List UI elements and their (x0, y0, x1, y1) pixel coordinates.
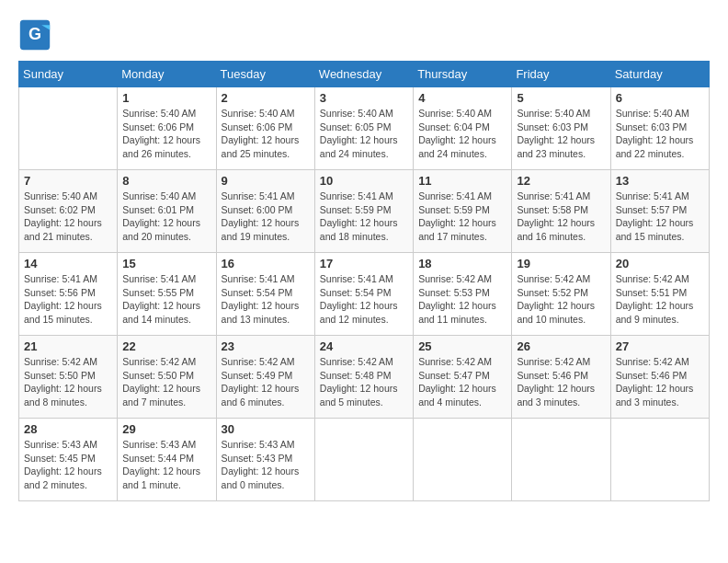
day-number: 9 (222, 174, 310, 188)
calendar-cell: 9Sunrise: 5:41 AM Sunset: 6:00 PM Daylig… (216, 170, 314, 253)
day-info: Sunrise: 5:42 AM Sunset: 5:46 PM Dayligh… (616, 355, 704, 409)
day-number: 20 (616, 257, 704, 270)
calendar-week-row: 14Sunrise: 5:41 AM Sunset: 5:56 PM Dayli… (19, 253, 710, 336)
calendar-cell: 2Sunrise: 5:40 AM Sunset: 6:06 PM Daylig… (216, 87, 314, 170)
calendar-cell: 24Sunrise: 5:42 AM Sunset: 5:48 PM Dayli… (314, 336, 413, 419)
day-number: 29 (122, 422, 210, 436)
day-info: Sunrise: 5:42 AM Sunset: 5:50 PM Dayligh… (122, 355, 210, 409)
calendar-cell: 26Sunrise: 5:42 AM Sunset: 5:46 PM Dayli… (512, 336, 610, 419)
day-header-sunday: Sunday (19, 62, 118, 87)
day-number: 17 (320, 257, 408, 270)
day-info: Sunrise: 5:42 AM Sunset: 5:51 PM Dayligh… (616, 272, 704, 327)
day-number: 27 (616, 339, 704, 353)
day-info: Sunrise: 5:40 AM Sunset: 6:02 PM Dayligh… (24, 190, 112, 244)
calendar-cell (414, 419, 512, 501)
calendar-cell: 19Sunrise: 5:42 AM Sunset: 5:52 PM Dayli… (512, 253, 610, 336)
calendar-cell: 22Sunrise: 5:42 AM Sunset: 5:50 PM Dayli… (118, 336, 216, 419)
logo: G (18, 18, 55, 52)
calendar-body: 1Sunrise: 5:40 AM Sunset: 6:06 PM Daylig… (19, 87, 710, 501)
calendar-cell: 13Sunrise: 5:41 AM Sunset: 5:57 PM Dayli… (610, 170, 709, 253)
day-info: Sunrise: 5:41 AM Sunset: 5:55 PM Dayligh… (122, 272, 210, 327)
day-header-monday: Monday (118, 62, 216, 87)
logo-icon: G (18, 18, 51, 52)
page-header: G (18, 18, 710, 52)
day-number: 19 (517, 257, 605, 270)
day-info: Sunrise: 5:40 AM Sunset: 6:06 PM Dayligh… (222, 107, 310, 161)
day-number: 18 (418, 257, 506, 270)
day-info: Sunrise: 5:42 AM Sunset: 5:52 PM Dayligh… (517, 272, 605, 327)
calendar-cell: 1Sunrise: 5:40 AM Sunset: 6:06 PM Daylig… (118, 87, 216, 170)
day-number: 15 (122, 257, 210, 270)
day-header-wednesday: Wednesday (314, 62, 413, 87)
day-number: 6 (616, 91, 704, 105)
day-number: 16 (222, 257, 310, 270)
day-info: Sunrise: 5:40 AM Sunset: 6:01 PM Dayligh… (122, 190, 210, 244)
day-number: 10 (320, 174, 408, 188)
day-info: Sunrise: 5:40 AM Sunset: 6:03 PM Dayligh… (616, 107, 704, 161)
day-number: 25 (418, 339, 506, 353)
calendar-cell: 30Sunrise: 5:43 AM Sunset: 5:43 PM Dayli… (216, 419, 314, 501)
calendar-cell: 23Sunrise: 5:42 AM Sunset: 5:49 PM Dayli… (216, 336, 314, 419)
day-number: 7 (24, 174, 112, 188)
day-info: Sunrise: 5:41 AM Sunset: 5:59 PM Dayligh… (418, 190, 506, 244)
day-info: Sunrise: 5:41 AM Sunset: 5:54 PM Dayligh… (222, 272, 310, 327)
calendar-cell: 11Sunrise: 5:41 AM Sunset: 5:59 PM Dayli… (414, 170, 512, 253)
day-info: Sunrise: 5:42 AM Sunset: 5:46 PM Dayligh… (517, 355, 605, 409)
calendar-cell: 29Sunrise: 5:43 AM Sunset: 5:44 PM Dayli… (118, 419, 216, 501)
day-number: 24 (320, 339, 408, 353)
day-info: Sunrise: 5:42 AM Sunset: 5:47 PM Dayligh… (418, 355, 506, 409)
calendar-header-row: SundayMondayTuesdayWednesdayThursdayFrid… (19, 62, 710, 87)
calendar-cell: 21Sunrise: 5:42 AM Sunset: 5:50 PM Dayli… (19, 336, 118, 419)
calendar-cell: 8Sunrise: 5:40 AM Sunset: 6:01 PM Daylig… (118, 170, 216, 253)
calendar-cell: 15Sunrise: 5:41 AM Sunset: 5:55 PM Dayli… (118, 253, 216, 336)
day-number: 14 (24, 257, 112, 270)
day-info: Sunrise: 5:43 AM Sunset: 5:44 PM Dayligh… (122, 438, 210, 492)
calendar-cell (610, 419, 709, 501)
calendar-cell: 7Sunrise: 5:40 AM Sunset: 6:02 PM Daylig… (19, 170, 118, 253)
calendar-week-row: 1Sunrise: 5:40 AM Sunset: 6:06 PM Daylig… (19, 87, 710, 170)
day-header-thursday: Thursday (414, 62, 512, 87)
calendar-cell: 14Sunrise: 5:41 AM Sunset: 5:56 PM Dayli… (19, 253, 118, 336)
day-info: Sunrise: 5:41 AM Sunset: 5:57 PM Dayligh… (616, 190, 704, 244)
day-info: Sunrise: 5:41 AM Sunset: 5:58 PM Dayligh… (517, 190, 605, 244)
day-number: 26 (517, 339, 605, 353)
calendar-cell: 4Sunrise: 5:40 AM Sunset: 6:04 PM Daylig… (414, 87, 512, 170)
day-number: 5 (517, 91, 605, 105)
day-info: Sunrise: 5:40 AM Sunset: 6:04 PM Dayligh… (418, 107, 506, 161)
svg-text:G: G (28, 25, 41, 43)
calendar-cell: 5Sunrise: 5:40 AM Sunset: 6:03 PM Daylig… (512, 87, 610, 170)
day-info: Sunrise: 5:41 AM Sunset: 5:56 PM Dayligh… (24, 272, 112, 327)
calendar-cell: 16Sunrise: 5:41 AM Sunset: 5:54 PM Dayli… (216, 253, 314, 336)
day-info: Sunrise: 5:41 AM Sunset: 6:00 PM Dayligh… (222, 190, 310, 244)
day-number: 4 (418, 91, 506, 105)
calendar-week-row: 21Sunrise: 5:42 AM Sunset: 5:50 PM Dayli… (19, 336, 710, 419)
calendar-cell: 10Sunrise: 5:41 AM Sunset: 5:59 PM Dayli… (314, 170, 413, 253)
day-info: Sunrise: 5:42 AM Sunset: 5:50 PM Dayligh… (24, 355, 112, 409)
calendar-week-row: 7Sunrise: 5:40 AM Sunset: 6:02 PM Daylig… (19, 170, 710, 253)
day-info: Sunrise: 5:41 AM Sunset: 5:59 PM Dayligh… (320, 190, 408, 244)
calendar-cell (314, 419, 413, 501)
day-info: Sunrise: 5:42 AM Sunset: 5:49 PM Dayligh… (222, 355, 310, 409)
day-info: Sunrise: 5:42 AM Sunset: 5:48 PM Dayligh… (320, 355, 408, 409)
calendar-cell: 3Sunrise: 5:40 AM Sunset: 6:05 PM Daylig… (314, 87, 413, 170)
day-number: 23 (222, 339, 310, 353)
day-number: 1 (122, 91, 210, 105)
day-number: 3 (320, 91, 408, 105)
day-info: Sunrise: 5:40 AM Sunset: 6:03 PM Dayligh… (517, 107, 605, 161)
day-info: Sunrise: 5:43 AM Sunset: 5:45 PM Dayligh… (24, 438, 112, 492)
calendar-week-row: 28Sunrise: 5:43 AM Sunset: 5:45 PM Dayli… (19, 419, 710, 501)
day-header-saturday: Saturday (610, 62, 709, 87)
calendar-cell: 18Sunrise: 5:42 AM Sunset: 5:53 PM Dayli… (414, 253, 512, 336)
calendar-cell (19, 87, 118, 170)
day-info: Sunrise: 5:41 AM Sunset: 5:54 PM Dayligh… (320, 272, 408, 327)
day-number: 28 (24, 422, 112, 436)
day-info: Sunrise: 5:40 AM Sunset: 6:05 PM Dayligh… (320, 107, 408, 161)
day-number: 11 (418, 174, 506, 188)
day-info: Sunrise: 5:40 AM Sunset: 6:06 PM Dayligh… (122, 107, 210, 161)
day-number: 13 (616, 174, 704, 188)
day-info: Sunrise: 5:42 AM Sunset: 5:53 PM Dayligh… (418, 272, 506, 327)
day-number: 30 (222, 422, 310, 436)
calendar-cell: 6Sunrise: 5:40 AM Sunset: 6:03 PM Daylig… (610, 87, 709, 170)
day-info: Sunrise: 5:43 AM Sunset: 5:43 PM Dayligh… (222, 438, 310, 492)
calendar-cell: 20Sunrise: 5:42 AM Sunset: 5:51 PM Dayli… (610, 253, 709, 336)
